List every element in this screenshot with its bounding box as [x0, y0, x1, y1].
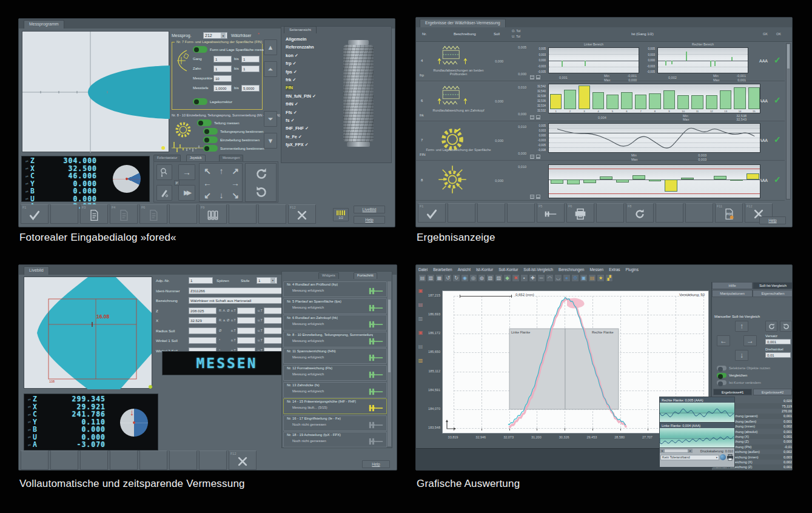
scroll-right-icon[interactable]: ►: [688, 449, 693, 453]
side-tool-icon-5[interactable]: ▤: [418, 344, 423, 349]
progress-item-7[interactable]: Nr. 13 Zahndicke (fs)Messung erfolgreich: [283, 382, 387, 398]
scroll-up-button[interactable]: ▲: [264, 39, 277, 55]
side-tool-icon-1[interactable]: ▣: [418, 288, 423, 293]
toolbar-icon-22[interactable]: ★: [597, 274, 605, 282]
field-input[interactable]: 10: [213, 75, 232, 82]
fkey-button[interactable]: [169, 204, 197, 224]
toggle-summenteilung[interactable]: Summenteilung bestimmen: [203, 145, 264, 152]
chart-view-icon[interactable]: [536, 155, 540, 159]
view-item-fhn[interactable]: fHN ✓: [286, 101, 298, 107]
toolbar-icon-2[interactable]: ▥: [427, 274, 435, 282]
menu-datei[interactable]: Datei: [418, 267, 428, 272]
progress-item-2[interactable]: Nr. 5 Planlauf an Spannfläche (fps)Messu…: [283, 298, 387, 314]
side-tool-icon-6[interactable]: ▥: [418, 358, 423, 363]
progress-item-1[interactable]: Nr. 4 Rundlauf am Prüfbund (frp)Messung …: [283, 281, 387, 297]
fkey-button[interactable]: [50, 204, 78, 224]
tab-widgets[interactable]: Widgets: [318, 272, 339, 279]
toolbar-icon-5[interactable]: ↻: [452, 274, 460, 282]
form-input[interactable]: 208.025: [189, 307, 216, 314]
form-input[interactable]: Wälzfräser mit Schaft aus Hartmetall: [189, 297, 282, 304]
sidebar-tab-hilfe[interactable]: Hilfe: [712, 282, 753, 289]
chevron-down-icon[interactable]: ▾: [221, 33, 226, 38]
sidebar-toggle-1[interactable]: Selektierte Objekte nutzen: [717, 366, 770, 370]
help-button[interactable]: Help: [354, 216, 385, 224]
toolbar-icon-9[interactable]: ▧: [486, 274, 494, 282]
messen-button[interactable]: MESSEN: [162, 351, 292, 375]
side-tool-icon-3[interactable]: ▥: [418, 316, 423, 321]
fkey-button[interactable]: [656, 203, 683, 223]
chart-view-icon[interactable]: [536, 115, 540, 119]
rotate-cw-button[interactable]: [252, 166, 271, 183]
progress-item-6[interactable]: Nr. 12 Formabweichung (Ffs)Messung erfol…: [283, 365, 387, 381]
toolbar-icon-4[interactable]: ↺: [444, 274, 452, 282]
toolbar-icon-1[interactable]: ▤: [418, 274, 426, 282]
toggle-teilungssprung[interactable]: Teilungssprung bestimmen: [203, 128, 263, 135]
toggle-pill[interactable]: [717, 373, 726, 378]
table-view-icon[interactable]: [530, 155, 534, 159]
toolbar-icon-7[interactable]: ◎: [469, 274, 477, 282]
toggle-lagekorrektur[interactable]: Lagekorrektur: [193, 98, 232, 105]
scroll-fast-up-button[interactable]: ⏶: [264, 61, 277, 77]
toggle-pill[interactable]: [203, 145, 218, 152]
fkey-button[interactable]: [139, 451, 167, 470]
rotate-ccw-button[interactable]: [252, 184, 271, 201]
fkey-button[interactable]: [199, 451, 227, 470]
view-item-fpx_fpx[interactable]: fpX_FPX ✓: [286, 142, 309, 147]
view-item-fps[interactable]: fps ✓: [286, 69, 297, 75]
field-input[interactable]: 1: [241, 56, 260, 62]
fkey-f9-button[interactable]: F9: [199, 204, 227, 224]
field-input[interactable]: 5,0000: [241, 85, 260, 92]
stufe-select[interactable]: 1▾: [257, 277, 277, 284]
menu-ansicht[interactable]: Ansicht: [458, 267, 471, 272]
menu-plugins[interactable]: Plugins: [626, 267, 639, 272]
toggle-pill[interactable]: [193, 46, 207, 53]
control-tab-joystick[interactable]: Joystick: [186, 155, 206, 161]
toggle-form-lage[interactable]: Form und Lage Spanfläche messen: [193, 46, 267, 53]
field-input[interactable]: 1: [213, 56, 232, 62]
sidebar-tab-soll-ist-vergleich[interactable]: Soll-Ist-Vergleich: [753, 282, 793, 289]
nudge-right-button[interactable]: →: [743, 335, 757, 346]
fkey-button[interactable]: [258, 204, 286, 224]
toolbar-icon-13[interactable]: ▪: [520, 274, 528, 282]
toolbar-icon-14[interactable]: ✚: [529, 274, 537, 282]
form-input[interactable]: Z311266: [189, 287, 282, 294]
fkey-f1-button[interactable]: F1: [21, 204, 49, 224]
nudge-up-button[interactable]: ↑: [735, 321, 748, 332]
results-tab-2[interactable]: Ergebnisse#2: [753, 389, 792, 395]
menu-berechnungen[interactable]: Berechnungen: [559, 267, 584, 272]
toolbar-icon-10[interactable]: ▨: [495, 274, 503, 282]
fkey-f6-button[interactable]: F6: [566, 203, 594, 223]
tab-ergebnisse[interactable]: Ergebnisse der Wälzfräser-Vermessung: [420, 19, 506, 27]
utol-input[interactable]: [264, 317, 282, 324]
messprog-select[interactable]: 212 ▾: [203, 32, 227, 39]
menu-ist-kontur[interactable]: Ist-Kontur: [476, 267, 493, 272]
fkey-button[interactable]: [110, 451, 138, 470]
toggle-pill[interactable]: [203, 136, 218, 143]
fkey-button[interactable]: [229, 204, 257, 224]
fkey-f5-button[interactable]: F5: [537, 203, 565, 223]
otol-input[interactable]: [237, 307, 255, 314]
fast-forward-button[interactable]: ▶▶: [178, 185, 195, 201]
fkey-button[interactable]: [507, 203, 535, 223]
toolbar-icon-8[interactable]: ◍: [478, 274, 486, 282]
form-input[interactable]: 32.529: [189, 317, 216, 324]
printer-icon[interactable]: [726, 454, 734, 461]
chart-view-icon[interactable]: [536, 75, 540, 79]
toolbar-icon-15[interactable]: ─: [537, 274, 545, 282]
fkey-f3-button[interactable]: F3: [80, 204, 108, 224]
jog-down-button[interactable]: ↓: [215, 190, 227, 201]
scrollbar[interactable]: [786, 43, 791, 200]
fkey-f12-button[interactable]: F12: [229, 451, 257, 470]
tolerance-dropdown[interactable]: Kein Toleranzband▾: [660, 455, 719, 460]
view-item-ftn_fun_ftn[interactable]: ftN_fuN_FtN ✓: [286, 93, 316, 99]
progress-item-10[interactable]: Nr. 18 - 19 Achsteilung (fpX - FPX)Noch …: [283, 432, 387, 448]
table-view-icon[interactable]: [530, 115, 534, 119]
utol-input[interactable]: [264, 337, 282, 344]
toggle-teilung[interactable]: Teilung messen: [197, 119, 240, 126]
form-input[interactable]: 1: [189, 277, 213, 284]
toolbar-icon-6[interactable]: ◉: [461, 274, 469, 282]
view-item-referenzzahn[interactable]: Referenzzahn: [286, 44, 314, 50]
toolbar-icon-20[interactable]: ▣: [580, 274, 588, 282]
tab-fortschritt[interactable]: Fortschritt: [354, 272, 377, 279]
rotate-ccw-button[interactable]: [780, 321, 792, 332]
